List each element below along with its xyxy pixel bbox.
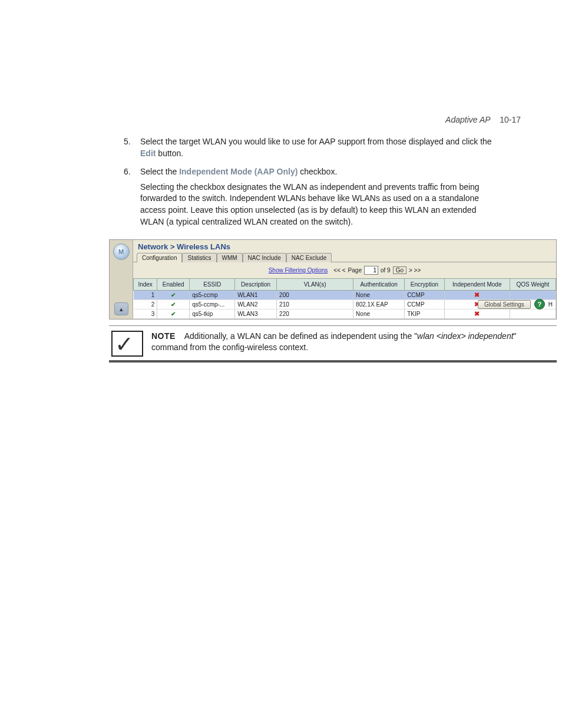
note-label: NOTE: [151, 331, 176, 341]
breadcrumb: Network > Wireless LANs: [133, 240, 556, 251]
col-description[interactable]: Description: [235, 279, 277, 291]
sidebar: M ▴: [110, 240, 133, 319]
tab-statistics[interactable]: Statistics: [182, 253, 216, 262]
tab-nac-exclude[interactable]: NAC Exclude: [286, 253, 332, 262]
keyword-edit: Edit: [140, 149, 156, 158]
instruction-list: 5. Select the target WLAN you would like…: [124, 136, 497, 228]
note-command: wlan <index> independent: [417, 331, 513, 341]
global-settings-button[interactable]: Global Settings: [478, 300, 531, 309]
header-pagenum: 10-17: [500, 115, 521, 124]
pager-next[interactable]: > >>: [409, 267, 421, 274]
col-qos[interactable]: QOS Weight: [510, 279, 556, 291]
col-essid[interactable]: ESSID: [190, 279, 235, 291]
pager-page-input[interactable]: [364, 266, 378, 275]
tab-nac-include[interactable]: NAC Include: [243, 253, 286, 262]
table-row[interactable]: 3✔qs5-tkipWLAN3220NoneTKIP✖: [134, 309, 556, 319]
tab-strip: Configuration Statistics WMM NAC Include…: [133, 251, 556, 262]
step-number: 5.: [124, 136, 131, 148]
step-text: checkbox.: [297, 167, 337, 176]
tab-wmm[interactable]: WMM: [217, 253, 243, 262]
pager: << < Page of 9 Go > >>: [333, 266, 421, 275]
show-filtering-link[interactable]: Show Filtering Options: [269, 267, 328, 274]
help-label-fragment: H: [548, 301, 553, 308]
help-icon[interactable]: ?: [534, 299, 545, 309]
keyword-independent: Independent Mode (AAP Only): [179, 167, 297, 176]
tab-configuration[interactable]: Configuration: [137, 253, 182, 262]
pager-of-label: of 9: [381, 267, 391, 274]
col-independent[interactable]: Independent Mode: [444, 279, 510, 291]
col-auth[interactable]: Authentication: [353, 279, 405, 291]
step-text: Select the target WLAN you would like to…: [140, 137, 492, 146]
logo-icon: M: [113, 243, 130, 260]
note-box: ✓ NOTE Additionally, a WLAN can be defin…: [109, 325, 557, 363]
checkmark-icon: ✓: [111, 331, 143, 357]
header-section: Adaptive AP: [445, 115, 491, 124]
page-header: Adaptive AP 10-17: [29, 0, 533, 136]
col-vlans[interactable]: VLAN(s): [277, 279, 353, 291]
step-text: button.: [156, 149, 183, 158]
pager-go-button[interactable]: Go: [393, 266, 406, 274]
step-number: 6.: [124, 166, 131, 178]
step-text: Select the: [140, 167, 179, 176]
scroll-up-button[interactable]: ▴: [114, 302, 128, 315]
note-text: Additionally, a WLAN can be defined as i…: [184, 331, 417, 341]
screenshot-panel: M ▴ Network > Wireless LANs Configuratio…: [109, 239, 557, 319]
col-enabled[interactable]: Enabled: [157, 279, 190, 291]
step-followup-text: Selecting the checkbox designates the WL…: [140, 182, 497, 228]
pager-prev[interactable]: << <: [333, 267, 345, 274]
col-index[interactable]: Index: [134, 279, 157, 291]
pager-page-label: Page: [348, 267, 362, 274]
col-encryption[interactable]: Encryption: [405, 279, 445, 291]
